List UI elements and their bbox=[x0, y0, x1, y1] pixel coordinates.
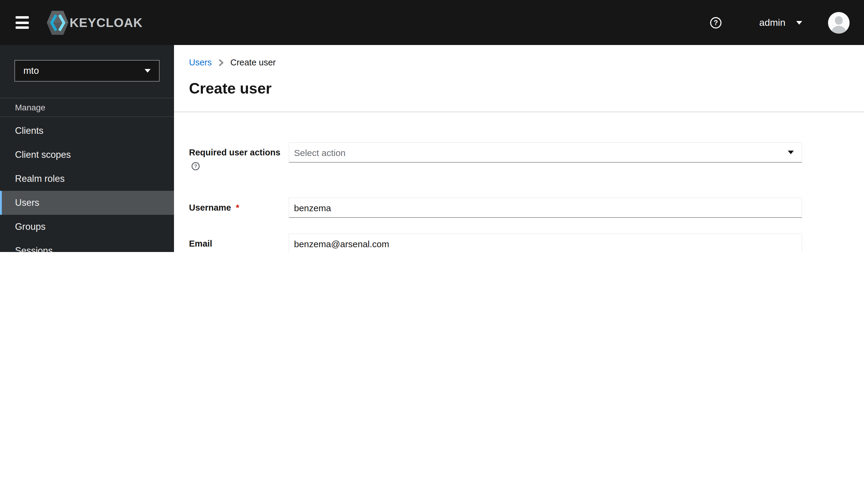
keycloak-logo[interactable]: KEYCLOAK bbox=[46, 10, 143, 35]
page-header: Users Create user Create user bbox=[174, 45, 864, 112]
sidebar-item-sessions[interactable]: Sessions bbox=[0, 239, 174, 252]
masthead: KEYCLOAK ? admin bbox=[0, 0, 864, 45]
sidebar-item-clients[interactable]: Clients bbox=[0, 119, 174, 143]
required-user-actions-label: Required user actions bbox=[189, 142, 280, 158]
required-user-actions-select[interactable]: Select action bbox=[289, 142, 802, 163]
breadcrumb: Users Create user bbox=[189, 56, 849, 69]
sidebar: mto Manage Clients Client scopes Realm r… bbox=[0, 45, 174, 252]
email-field[interactable] bbox=[289, 233, 802, 252]
sidebar-item-users[interactable]: Users bbox=[0, 191, 174, 215]
select-placeholder: Select action bbox=[294, 147, 346, 157]
nav-section-title-manage: Manage bbox=[0, 98, 174, 117]
hamburger-bar bbox=[16, 26, 29, 29]
user-dropdown[interactable]: admin bbox=[759, 17, 802, 28]
sidebar-item-client-scopes[interactable]: Client scopes bbox=[0, 143, 174, 167]
username-label-text: Username bbox=[189, 202, 231, 214]
nav-toggle-hamburger-icon[interactable] bbox=[16, 13, 29, 32]
form-row-required-user-actions: Required user actions ? Select action bbox=[189, 142, 864, 173]
keycloak-admin-console: KEYCLOAK ? admin mto Manage Clients Clie… bbox=[0, 0, 864, 252]
required-asterisk: * bbox=[236, 202, 239, 214]
chevron-down-icon bbox=[788, 151, 794, 154]
avatar[interactable] bbox=[828, 12, 850, 33]
help-icon[interactable]: ? bbox=[710, 16, 722, 28]
keycloak-wordmark: KEYCLOAK bbox=[70, 16, 143, 29]
breadcrumb-current: Create user bbox=[230, 58, 276, 67]
breadcrumb-users-link[interactable]: Users bbox=[189, 58, 212, 67]
sidebar-item-groups[interactable]: Groups bbox=[0, 215, 174, 239]
form-row-username: Username * bbox=[189, 197, 864, 218]
keycloak-logo-icon bbox=[46, 10, 69, 35]
chevron-right-icon bbox=[218, 59, 224, 66]
realm-selector-value: mto bbox=[23, 65, 39, 76]
svg-text:?: ? bbox=[194, 164, 197, 169]
chevron-down-icon bbox=[145, 69, 151, 73]
main-content: Users Create user Create user Required u… bbox=[174, 45, 864, 252]
chevron-down-icon bbox=[796, 21, 802, 24]
help-icon[interactable]: ? bbox=[191, 162, 200, 173]
nav-list-manage: Clients Client scopes Realm roles Users … bbox=[0, 117, 174, 252]
hamburger-bar bbox=[16, 21, 29, 24]
username-label: Username * bbox=[189, 197, 289, 214]
sidebar-item-realm-roles[interactable]: Realm roles bbox=[0, 167, 174, 191]
form-label-cell: Required user actions ? bbox=[189, 142, 289, 173]
user-dropdown-label: admin bbox=[759, 17, 785, 28]
hamburger-bar bbox=[16, 16, 29, 19]
svg-text:?: ? bbox=[714, 19, 718, 26]
form-row-email: Email bbox=[189, 233, 864, 252]
username-field[interactable] bbox=[289, 197, 802, 218]
create-user-form: Required user actions ? Select action Us… bbox=[174, 112, 864, 252]
realm-selector[interactable]: mto bbox=[14, 60, 160, 82]
email-label: Email bbox=[189, 233, 289, 250]
page-title: Create user bbox=[189, 79, 849, 112]
